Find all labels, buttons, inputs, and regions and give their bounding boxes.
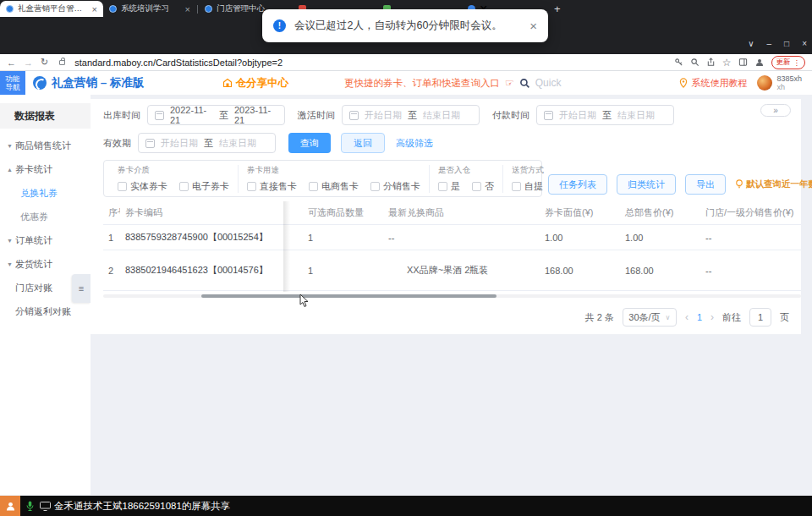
checkbox-label: 电商售卡	[321, 180, 359, 193]
warehouse-icon	[222, 78, 233, 88]
checkbox-distribution-sale[interactable]: 分销售卡	[370, 180, 420, 193]
search-icon[interactable]	[519, 78, 530, 89]
checkbox-icon[interactable]	[370, 182, 380, 191]
quick-entry-text[interactable]: 更快捷的券卡、订单和快递查询入口	[344, 77, 500, 90]
profile-icon[interactable]	[754, 58, 765, 68]
tab-favicon	[109, 5, 117, 13]
refresh-icon[interactable]: ↻	[41, 57, 48, 68]
quick-search-placeholder[interactable]: Quick	[535, 77, 562, 89]
sidebar-item-product-sales[interactable]: ▼ 商品销售统计	[0, 134, 91, 157]
table-row[interactable]: 2 8385021946451623【00014576】 1 XX品牌~果酒 2…	[103, 250, 801, 291]
scrollbar-thumb[interactable]	[201, 294, 497, 298]
toast-close-icon[interactable]: ×	[529, 19, 537, 33]
checkbox-self-pickup[interactable]: 自提	[512, 180, 543, 193]
tab-search-icon[interactable]: ∨	[748, 39, 754, 48]
lock-icon[interactable]	[59, 60, 65, 65]
col-latest-redeem: 最新兑换商品	[376, 206, 533, 219]
tutorial-link[interactable]: 系统使用教程	[679, 77, 747, 90]
new-tab-button[interactable]: +	[554, 3, 561, 15]
tab-close-icon[interactable]: ×	[185, 4, 190, 14]
date-separator: 至	[408, 109, 417, 122]
window-minimize-button[interactable]: –	[767, 39, 772, 48]
page-size-select[interactable]: 30条/页 ∨	[623, 308, 677, 327]
double-chevron-icon: »	[773, 106, 778, 115]
tab-training[interactable]: 系统培训学习 ×	[103, 1, 196, 17]
share-center-link[interactable]: 仓分享中心	[222, 76, 289, 91]
payment-date-range-input[interactable]: 开始日期 至 结束日期	[536, 105, 674, 125]
tab-close-icon[interactable]: ×	[92, 4, 97, 14]
prev-page-button[interactable]: ‹	[685, 311, 689, 323]
checkbox-icon[interactable]	[247, 182, 256, 191]
checkbox-no[interactable]: 否	[472, 180, 494, 193]
page-size-value: 30条/页	[628, 311, 660, 324]
avatar[interactable]	[757, 75, 772, 91]
forward-icon[interactable]: →	[24, 58, 33, 68]
checkbox-icon[interactable]	[118, 182, 127, 191]
checkbox-icon[interactable]	[512, 182, 521, 191]
bookmark-star-icon[interactable]: ☆	[722, 57, 732, 69]
checkbox-label: 直接售卡	[260, 180, 297, 193]
func-nav-line1: 功能	[6, 74, 20, 83]
checkbox-electronic-card[interactable]: 电子券卡	[179, 180, 229, 193]
sidebar-collapse-handle[interactable]: ≡	[72, 274, 91, 303]
window-maximize-button[interactable]: □	[784, 39, 789, 48]
goto-page-input[interactable]	[749, 308, 771, 327]
checkbox-icon[interactable]	[438, 182, 447, 191]
kebab-icon[interactable]: ⋮	[793, 58, 801, 67]
checkbox-physical-card[interactable]: 实体券卡	[118, 180, 167, 193]
task-list-button[interactable]: 任务列表	[548, 174, 607, 195]
chevron-down-icon: ∨	[666, 314, 671, 321]
category-stats-button[interactable]: 归类统计	[617, 174, 676, 195]
sidebar-item-card-stats[interactable]: ▲ 券卡统计	[0, 157, 91, 181]
checkbox-ecommerce-sale[interactable]: 电商售卡	[309, 180, 359, 193]
microphone-icon[interactable]	[25, 501, 35, 512]
sidebar-item-rebate-reconcile[interactable]: 分销返利对账	[0, 299, 91, 323]
user-name: 8385xh	[776, 74, 802, 83]
date-separator: 至	[602, 109, 612, 122]
export-button[interactable]: 导出	[685, 174, 726, 195]
sidebar-item-discount-coupon[interactable]: 优惠券	[0, 205, 91, 228]
checkbox-icon[interactable]	[309, 182, 318, 191]
zoom-icon[interactable]	[690, 58, 700, 67]
checkbox-direct-sale[interactable]: 直接售卡	[247, 180, 297, 193]
validity-date-range-input[interactable]: 开始日期 至 结束日期	[138, 133, 276, 153]
side-panel-icon[interactable]	[738, 58, 748, 67]
current-page[interactable]: 1	[697, 312, 702, 322]
checkbox-label: 分销售卡	[383, 180, 420, 193]
calendar-icon	[155, 111, 164, 120]
date-separator: 至	[204, 137, 213, 150]
table-row[interactable]: 1 8385759328745900【00015254】 1 -- 1.00 1…	[103, 225, 801, 250]
search-button[interactable]: 查询	[288, 133, 331, 153]
chrome-update-button[interactable]: 更新 ⋮	[771, 56, 806, 69]
tab-gift-admin[interactable]: 礼盒营销平台管理中心 ×	[0, 1, 103, 17]
pagination: 共 2 条 30条/页 ∨ ‹ 1 › 前往 页	[585, 308, 789, 327]
filters-collapse-button[interactable]: »	[760, 104, 791, 117]
sidebar-item-shipping-stats[interactable]: ▼ 发货统计	[0, 252, 91, 276]
window-close-button[interactable]: ×	[802, 39, 807, 48]
horizontal-scrollbar[interactable]	[103, 294, 801, 298]
activate-date-range-input[interactable]: 开始日期 至 结束日期	[342, 105, 480, 125]
function-nav-button[interactable]: 功能 导航	[0, 71, 25, 95]
calendar-icon	[544, 111, 553, 120]
filter-group-in-warehouse: 是否入仓 是 否	[429, 165, 502, 193]
user-info[interactable]: 8385xh xh	[776, 74, 802, 92]
tutorial-label: 系统使用教程	[691, 77, 747, 90]
back-icon[interactable]: ←	[7, 58, 16, 68]
share-icon[interactable]	[706, 58, 716, 67]
col-store-price: 门店/一级分销售价(¥)	[694, 206, 801, 219]
date-start: 2022-11-21	[170, 105, 213, 125]
url-text[interactable]: standard.maboy.cn/CardStatisticsDetail?o…	[74, 58, 667, 68]
outbound-date-range-input[interactable]: 2022-11-21 至 2023-11-21	[147, 105, 285, 125]
filter-group-card-medium: 券卡介质 实体券卡 电子券卡	[109, 165, 238, 193]
back-button[interactable]: 返回	[341, 133, 385, 153]
key-icon[interactable]	[674, 58, 683, 67]
checkbox-yes[interactable]: 是	[438, 180, 460, 193]
sidebar-item-gift-coupon[interactable]: 兑换礼券	[0, 181, 91, 205]
checkbox-icon[interactable]	[179, 182, 189, 191]
advanced-filter-link[interactable]: 高级筛选	[396, 137, 433, 150]
sidebar-item-order-stats[interactable]: ▼ 订单统计	[0, 228, 91, 252]
checkbox-icon[interactable]	[472, 182, 481, 191]
next-page-button[interactable]: ›	[710, 311, 714, 323]
location-pin-icon	[679, 78, 688, 88]
pointing-hand-icon: ☞	[505, 77, 514, 89]
